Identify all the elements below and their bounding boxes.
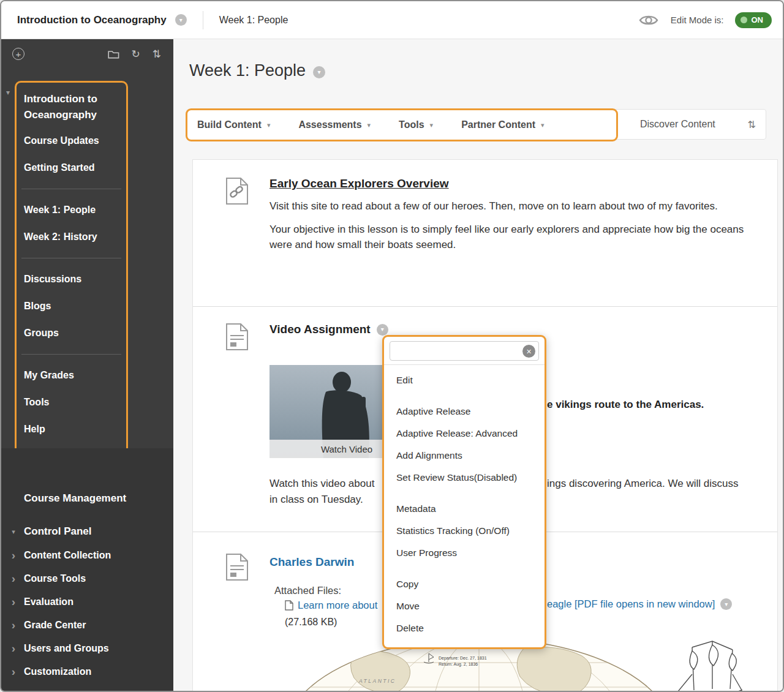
edit-mode-value: ON	[752, 15, 764, 24]
toggle-dot-icon	[741, 17, 747, 23]
student-preview-icon[interactable]	[638, 12, 660, 28]
menu-item-adaptive-release[interactable]: Adaptive Release	[384, 401, 545, 423]
partner-content-button[interactable]: Partner Content ▾	[461, 119, 544, 130]
item-description: Visit this site to read about a few of o…	[270, 198, 750, 214]
content-item-early-ocean-explorers: Early Ocean Explorers Overview Visit thi…	[193, 160, 777, 306]
link-document-icon	[225, 177, 249, 306]
sidebar-item-users-and-groups[interactable]: › Users and Groups	[1, 637, 173, 660]
sidebar-item-blogs[interactable]: Blogs	[17, 293, 126, 320]
menu-item-set-review-status[interactable]: Set Review Status(Disabled)	[384, 467, 545, 489]
sidebar-item-evaluation[interactable]: › Evaluation	[1, 590, 173, 614]
chevron-down-icon: ▾	[430, 121, 434, 129]
button-label: Build Content	[197, 119, 262, 130]
collapse-menu-icon[interactable]: ▾	[6, 88, 10, 97]
sidebar-item-tools[interactable]: Tools	[17, 389, 126, 416]
item-options-menu-icon[interactable]: ▾	[377, 324, 388, 336]
menu-item-add-alignments[interactable]: Add Alignments	[384, 445, 545, 467]
chevron-down-icon: ▾	[541, 121, 545, 129]
item-description: Your objective in this lesson is to simp…	[270, 222, 750, 252]
menu-divider	[21, 354, 121, 355]
chevron-down-icon: ▾	[318, 69, 321, 75]
menu-group: Edit	[384, 367, 545, 393]
topbar-right: Edit Mode is: ON	[638, 12, 772, 28]
tools-button[interactable]: Tools ▾	[399, 119, 433, 130]
topbar: Introduction to Oceanography ▾ Week 1: P…	[1, 1, 783, 39]
document-icon	[225, 553, 249, 584]
add-menu-item-icon[interactable]: +	[12, 48, 24, 60]
edit-mode-toggle[interactable]: ON	[735, 12, 772, 28]
content-item-title-link[interactable]: Early Ocean Explorers Overview	[270, 177, 750, 190]
file-options-menu-icon[interactable]: ▾	[720, 598, 732, 610]
page-title-menu-icon[interactable]: ▾	[313, 66, 325, 78]
button-label: Partner Content	[461, 119, 535, 130]
sidebar-item-course-tools[interactable]: › Course Tools	[1, 567, 173, 590]
menu-item-statistics-tracking[interactable]: Statistics Tracking (On/Off)	[384, 520, 545, 542]
context-menu-header: ×	[390, 341, 539, 361]
menu-item-user-progress[interactable]: User Progress	[384, 542, 545, 564]
page-title-row: Week 1: People ▾	[189, 61, 325, 80]
sidebar-item-grade-center[interactable]: › Grade Center	[1, 614, 173, 637]
course-title-menu-icon[interactable]: ▾	[175, 14, 187, 26]
chevron-right-icon: ›	[9, 573, 18, 584]
text-line: in class on Tuesday.	[270, 492, 374, 508]
chevron-down-icon: ▾	[381, 326, 384, 333]
attached-files-label: Attached Files:	[274, 585, 341, 596]
control-panel-label: Control Panel	[24, 525, 92, 538]
sidebar-item-week1-people[interactable]: Week 1: People	[17, 197, 126, 224]
menu-group: Metadata Statistics Tracking (On/Off) Us…	[384, 496, 545, 566]
sidebar-item-discussions[interactable]: Discussions	[17, 266, 126, 293]
menu-divider	[21, 258, 121, 258]
sidebar-item-week2-history[interactable]: Week 2: History	[17, 224, 126, 250]
attached-file-row: Learn more about	[285, 600, 377, 611]
attached-file-link[interactable]: Learn more about	[298, 600, 377, 611]
sidebar-item-getting-started[interactable]: Getting Started	[17, 154, 126, 181]
course-management-section: Course Management ▾ Control Panel › Cont…	[1, 448, 173, 691]
sidebar-item-customization[interactable]: › Customization	[1, 660, 173, 683]
topbar-divider	[203, 11, 203, 29]
sidebar-item-course-updates[interactable]: Course Updates	[17, 127, 126, 154]
refresh-icon[interactable]: ↻	[132, 49, 140, 59]
sidebar-item-help[interactable]: Help	[17, 416, 126, 443]
menu-divider	[21, 189, 121, 189]
close-icon[interactable]: ×	[522, 345, 535, 358]
item-context-menu: × Edit Adaptive Release Adaptive Release…	[382, 335, 546, 649]
chevron-right-icon: ›	[9, 550, 18, 560]
sidebar-item-course-entry[interactable]: Introduction to Oceanography	[17, 89, 126, 127]
chevron-down-icon: ▾	[179, 17, 183, 23]
reorder-icon[interactable]: ⇅	[153, 49, 161, 59]
discover-content-button[interactable]: Discover Content	[640, 119, 715, 130]
menu-item-adaptive-release-advanced[interactable]: Adaptive Release: Advanced	[384, 423, 545, 445]
attached-file-link-continued: eagle [PDF file opens in new window] ▾	[547, 598, 732, 610]
course-management-heading: Course Management	[1, 492, 173, 505]
content-item-title-link[interactable]: Charles Darwin	[270, 555, 354, 569]
app-window: Introduction to Oceanography ▾ Week 1: P…	[0, 0, 784, 692]
sidebar-item-content-collection[interactable]: › Content Collection	[1, 544, 173, 567]
assessments-button[interactable]: Assessments ▾	[298, 119, 371, 130]
content-item-title[interactable]: Video Assignment	[270, 323, 371, 336]
menu-item-delete[interactable]: Delete	[384, 617, 545, 639]
chevron-right-icon: ›	[9, 596, 18, 607]
sort-order-icon[interactable]: ⇅	[748, 119, 756, 130]
edit-mode-label: Edit Mode is:	[671, 15, 724, 25]
menu-item-move[interactable]: Move	[384, 595, 545, 617]
menu-item-metadata[interactable]: Metadata	[384, 498, 545, 520]
attached-file-link[interactable]: eagle [PDF file opens in new window]	[547, 598, 715, 610]
build-content-button[interactable]: Build Content ▾	[197, 119, 270, 130]
menu-group: Adaptive Release Adaptive Release: Advan…	[384, 399, 545, 491]
page-title: Week 1: People	[189, 61, 306, 80]
course-title: Introduction to Oceanography	[17, 14, 167, 26]
course-menu: Introduction to Oceanography Course Upda…	[15, 81, 128, 456]
item-description-fragment: Watch this video about in class on Tuesd…	[270, 476, 374, 508]
item-label: Grade Center	[24, 620, 86, 631]
sidebar-item-my-grades[interactable]: My Grades	[17, 362, 126, 389]
menu-item-copy[interactable]: Copy	[384, 573, 545, 595]
sidebar: + ↻ ⇅ ▾ Introduction to Oceanography Cou…	[1, 39, 173, 691]
item-description-fragment: ings discovering America. We will discus…	[547, 476, 738, 492]
item-label: Course Tools	[24, 573, 86, 584]
folder-icon[interactable]	[108, 50, 119, 59]
document-icon	[225, 323, 249, 353]
sidebar-item-control-panel[interactable]: ▾ Control Panel	[1, 519, 173, 544]
breadcrumb: Week 1: People	[219, 15, 288, 26]
menu-item-edit[interactable]: Edit	[384, 369, 545, 391]
sidebar-item-groups[interactable]: Groups	[17, 320, 126, 347]
